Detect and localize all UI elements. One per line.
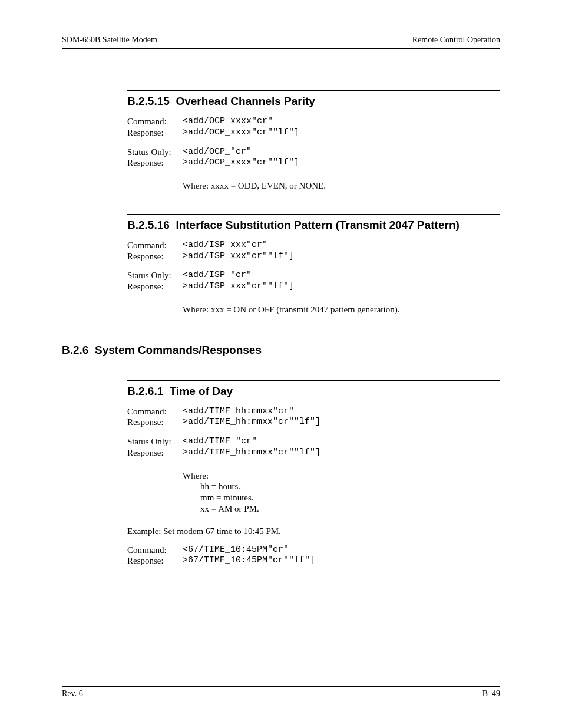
rsp2-row: Response: >add/ISP_xxx"cr""lf"] bbox=[127, 281, 500, 292]
where-note: Where: xxx = ON or OFF (transmit 2047 pa… bbox=[183, 304, 500, 315]
where-line-mm: mm = minutes. bbox=[200, 492, 500, 503]
section-title: Interface Substitution Pattern (Transmit… bbox=[176, 219, 459, 231]
where-block: Where: hh = hours. mm = minutes. xx = AM… bbox=[183, 470, 500, 515]
page: SDM-650B Satellite Modem Remote Control … bbox=[0, 0, 562, 728]
example-text: Example: Set modem 67 time to 10:45 PM. bbox=[127, 526, 500, 536]
section-rule bbox=[127, 90, 500, 91]
label-response: Response: bbox=[127, 127, 183, 139]
value-response: >67/TIME_10:45PM"cr""lf"] bbox=[183, 555, 315, 566]
cmd-row: Command: <add/ISP_xxx"cr" bbox=[127, 240, 500, 251]
statusonly-row: Status Only: <add/TIME_"cr" bbox=[127, 436, 500, 447]
label-statusonly: Status Only: bbox=[127, 270, 183, 281]
label-command: Command: bbox=[127, 240, 183, 251]
label-response: Response: bbox=[127, 417, 183, 428]
value-command: <add/ISP_xxx"cr" bbox=[183, 240, 267, 251]
rsp2-row: Response: >add/OCP_xxxx"cr""lf"] bbox=[127, 157, 500, 169]
label-command: Command: bbox=[127, 116, 183, 127]
footer-right: B–49 bbox=[482, 689, 500, 699]
value-command: <67/TIME_10:45PM"cr" bbox=[183, 545, 289, 556]
cmd-row: Command: <add/OCP_xxxx"cr" bbox=[127, 116, 500, 127]
value-response2: >add/ISP_xxx"cr""lf"] bbox=[183, 281, 294, 292]
ex-cmd-row: Command: <67/TIME_10:45PM"cr" bbox=[127, 545, 500, 556]
where-line-xx: xx = AM or PM. bbox=[200, 503, 500, 515]
section-rule bbox=[127, 380, 500, 381]
section-rule bbox=[127, 214, 500, 215]
page-footer: Rev. 6 B–49 bbox=[62, 686, 500, 699]
statusonly-row: Status Only: <add/ISP_"cr" bbox=[127, 270, 500, 281]
value-statusonly: <add/OCP_"cr" bbox=[183, 147, 252, 158]
page-header: SDM-650B Satellite Modem Remote Control … bbox=[62, 35, 500, 45]
section-heading: B.2.5.16 Interface Substitution Pattern … bbox=[127, 219, 500, 232]
section-b2516: B.2.5.16 Interface Substitution Pattern … bbox=[127, 214, 500, 315]
value-statusonly: <add/TIME_"cr" bbox=[183, 436, 257, 447]
rsp2-row: Response: >add/TIME_hh:mmxx"cr""lf"] bbox=[127, 447, 500, 459]
label-response2: Response: bbox=[127, 157, 183, 169]
rsp-row: Response: >add/TIME_hh:mmxx"cr""lf"] bbox=[127, 417, 500, 428]
major-title: System Commands/Responses bbox=[95, 344, 262, 356]
cmd-row: Command: <add/TIME_hh:mmxx"cr" bbox=[127, 406, 500, 417]
section-title: Overhead Channels Parity bbox=[176, 95, 315, 107]
section-number: B.2.6.1 bbox=[127, 385, 163, 397]
value-command: <add/TIME_hh:mmxx"cr" bbox=[183, 406, 294, 417]
header-rule bbox=[62, 48, 500, 49]
value-command: <add/OCP_xxxx"cr" bbox=[183, 116, 273, 127]
label-response: Response: bbox=[127, 251, 183, 262]
where-intro: Where: bbox=[183, 470, 500, 482]
major-number: B.2.6 bbox=[62, 344, 88, 356]
label-command: Command: bbox=[127, 545, 183, 556]
header-right: Remote Control Operation bbox=[412, 35, 500, 45]
section-b261: B.2.6.1 Time of Day Command: <add/TIME_h… bbox=[127, 380, 500, 526]
rsp-row: Response: >add/OCP_xxxx"cr""lf"] bbox=[127, 127, 500, 139]
section-number: B.2.5.15 bbox=[127, 95, 170, 107]
footer-rule bbox=[62, 686, 500, 687]
rsp-row: Response: >add/ISP_xxx"cr""lf"] bbox=[127, 251, 500, 262]
footer-left: Rev. 6 bbox=[62, 689, 83, 699]
label-statusonly: Status Only: bbox=[127, 147, 183, 158]
section-heading: B.2.6.1 Time of Day bbox=[127, 385, 500, 398]
header-left: SDM-650B Satellite Modem bbox=[62, 35, 157, 45]
where-note: Where: xxxx = ODD, EVEN, or NONE. bbox=[183, 180, 500, 192]
section-title: Time of Day bbox=[170, 385, 233, 397]
value-response: >add/ISP_xxx"cr""lf"] bbox=[183, 251, 294, 262]
value-response: >add/OCP_xxxx"cr""lf"] bbox=[183, 127, 299, 139]
ex-rsp-row: Response: >67/TIME_10:45PM"cr""lf"] bbox=[127, 555, 500, 566]
major-heading: B.2.6 System Commands/Responses bbox=[62, 344, 500, 357]
label-response2: Response: bbox=[127, 447, 183, 459]
value-statusonly: <add/ISP_"cr" bbox=[183, 270, 252, 281]
value-response: >add/TIME_hh:mmxx"cr""lf"] bbox=[183, 417, 320, 428]
label-response: Response: bbox=[127, 555, 183, 566]
value-response2: >add/TIME_hh:mmxx"cr""lf"] bbox=[183, 447, 320, 459]
section-b2515: B.2.5.15 Overhead Channels Parity Comman… bbox=[127, 90, 500, 192]
example-block: Command: <67/TIME_10:45PM"cr" Response: … bbox=[127, 545, 500, 567]
label-statusonly: Status Only: bbox=[127, 436, 183, 447]
statusonly-row: Status Only: <add/OCP_"cr" bbox=[127, 147, 500, 158]
section-number: B.2.5.16 bbox=[127, 219, 170, 231]
section-heading: B.2.5.15 Overhead Channels Parity bbox=[127, 95, 500, 108]
label-response2: Response: bbox=[127, 281, 183, 292]
value-response2: >add/OCP_xxxx"cr""lf"] bbox=[183, 157, 299, 169]
label-command: Command: bbox=[127, 406, 183, 417]
where-line-hh: hh = hours. bbox=[200, 481, 500, 492]
